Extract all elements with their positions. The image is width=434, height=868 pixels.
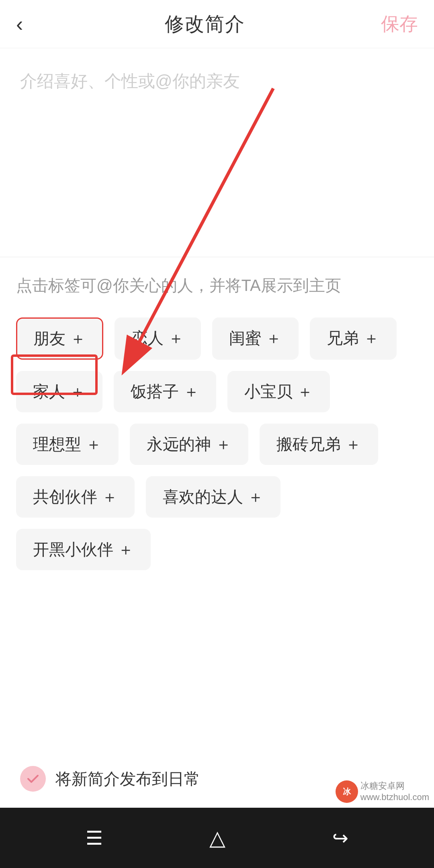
watermark-logo: 冰 <box>336 780 358 803</box>
tags-section: 点击标签可@你关心的人，并将TA展示到主页 朋友 ＋恋人 ＋闺蜜 ＋兄弟 ＋家人… <box>0 257 434 570</box>
tag-friends[interactable]: 朋友 ＋ <box>16 317 103 360</box>
tags-grid: 朋友 ＋恋人 ＋闺蜜 ＋兄弟 ＋家人 ＋饭搭子 ＋小宝贝 ＋理想型 ＋永远的神 … <box>16 317 418 570</box>
watermark-text: 冰糖安卓网 www.btzhuol.com <box>360 780 429 803</box>
tag-god[interactable]: 永远的神 ＋ <box>130 424 248 465</box>
bio-input-area[interactable]: 介绍喜好、个性或@你的亲友 <box>0 48 434 257</box>
tag-work[interactable]: 搬砖兄弟 ＋ <box>260 424 378 465</box>
tags-hint: 点击标签可@你关心的人，并将TA展示到主页 <box>16 273 418 297</box>
tag-baby[interactable]: 小宝贝 ＋ <box>227 371 330 412</box>
checkbox-icon[interactable] <box>20 766 46 792</box>
tag-family[interactable]: 家人 ＋ <box>16 371 102 412</box>
tag-game[interactable]: 开黑小伙伴 ＋ <box>16 529 151 570</box>
back-button[interactable]: ‹ <box>16 12 48 36</box>
nav-back-icon[interactable]: ↩ <box>332 827 348 849</box>
header: ‹ 修改简介 保存 <box>0 0 434 48</box>
nav-menu-icon[interactable]: ☰ <box>86 827 103 849</box>
tag-lover[interactable]: 恋人 ＋ <box>115 317 201 360</box>
bio-placeholder: 介绍喜好、个性或@你的亲友 <box>20 72 240 90</box>
tag-ideal[interactable]: 理想型 ＋ <box>16 424 119 465</box>
system-nav-bar: ☰ △ ↩ <box>0 808 434 868</box>
tag-brother[interactable]: 兄弟 ＋ <box>310 317 396 360</box>
save-button[interactable]: 保存 <box>362 12 418 37</box>
page-title: 修改简介 <box>165 11 245 37</box>
nav-home-icon[interactable]: △ <box>209 826 225 850</box>
tag-dine[interactable]: 饭搭子 ＋ <box>114 371 216 412</box>
publish-label: 将新简介发布到日常 <box>55 768 200 790</box>
tag-partner[interactable]: 共创伙伴 ＋ <box>16 476 135 518</box>
tag-talent[interactable]: 喜欢的达人 ＋ <box>146 476 280 518</box>
watermark: 冰 冰糖安卓网 www.btzhuol.com <box>331 778 434 806</box>
tag-bestie[interactable]: 闺蜜 ＋ <box>212 317 299 360</box>
